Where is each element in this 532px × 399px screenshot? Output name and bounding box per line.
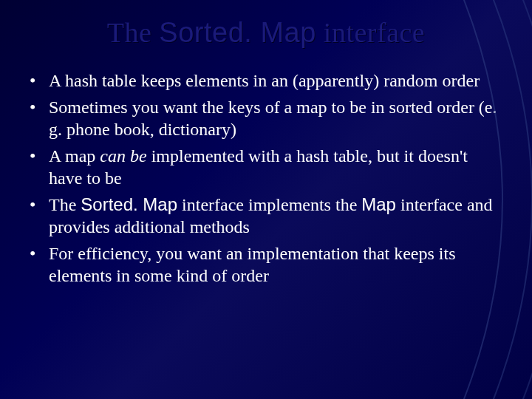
title-post: interface	[316, 17, 425, 48]
bullet-segment: Sorted. Map	[81, 194, 177, 214]
bullet-item: Sometimes you want the keys of a map to …	[30, 96, 502, 140]
title-code: Sorted. Map	[159, 17, 316, 48]
slide-title: The Sorted. Map interface	[0, 0, 532, 49]
bullet-item: For efficiency, you want an implementati…	[30, 242, 502, 287]
bullet-segment: Map	[361, 194, 396, 214]
bullet-segment: A hash table keeps elements in an (appar…	[49, 71, 480, 90]
bullet-item: A map can be implemented with a hash tab…	[30, 145, 502, 189]
slide-body: A hash table keeps elements in an (appar…	[0, 49, 532, 287]
bullet-segment: A map	[49, 146, 100, 166]
bullet-segment: can be	[100, 146, 146, 166]
bullet-segment: For efficiency, you want an implementati…	[49, 244, 456, 285]
title-pre: The	[107, 17, 160, 48]
bullet-item: The Sorted. Map interface implements the…	[30, 194, 502, 238]
bullet-list: A hash table keeps elements in an (appar…	[30, 69, 502, 287]
bullet-segment: interface implements the	[177, 195, 361, 214]
bullet-item: A hash table keeps elements in an (appar…	[30, 69, 502, 92]
bullet-segment: The	[49, 195, 81, 214]
bullet-segment: Sometimes you want the keys of a map to …	[49, 98, 497, 139]
